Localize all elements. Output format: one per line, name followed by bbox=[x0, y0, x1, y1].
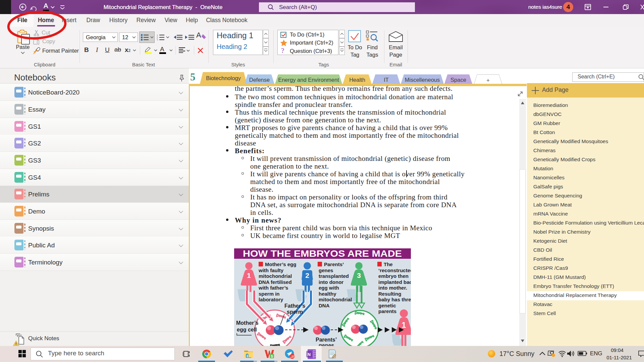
svg-text:genetic: genetic bbox=[378, 303, 396, 308]
svg-text:mitochondrial: mitochondrial bbox=[319, 297, 352, 302]
svg-text:egg with: egg with bbox=[319, 285, 339, 291]
svg-text:Mother’s: Mother’s bbox=[236, 320, 259, 326]
svg-text:3: 3 bbox=[157, 39, 158, 41]
svg-text:laboratory: laboratory bbox=[259, 297, 283, 302]
svg-text:sperm: sperm bbox=[287, 309, 303, 315]
svg-text:mitochondrial: mitochondrial bbox=[259, 273, 292, 279]
svg-text:DNA fertilised: DNA fertilised bbox=[259, 279, 292, 285]
svg-text:genes: genes bbox=[319, 343, 334, 346]
svg-text:DNA: DNA bbox=[319, 303, 330, 308]
svg-text:Resulting: Resulting bbox=[378, 291, 401, 297]
svg-text:baby has three: baby has three bbox=[378, 297, 411, 302]
svg-text:with father’s: with father’s bbox=[258, 285, 288, 291]
svg-text:S: S bbox=[271, 355, 273, 358]
svg-text:1: 1 bbox=[247, 272, 251, 279]
svg-text:egg cell: egg cell bbox=[237, 327, 257, 333]
svg-text:2: 2 bbox=[157, 37, 158, 39]
svg-text:‘reconstructed’: ‘reconstructed’ bbox=[378, 267, 411, 273]
svg-text:parents: parents bbox=[378, 308, 396, 314]
svg-text:sperm in: sperm in bbox=[259, 291, 280, 297]
svg-text:HOW THE EMBRYOS ARE MADE: HOW THE EMBRYOS ARE MADE bbox=[243, 249, 402, 259]
svg-text:Mother’s egg: Mother’s egg bbox=[265, 261, 296, 267]
svg-text:Father’s: Father’s bbox=[284, 303, 305, 309]
svg-text:healthy: healthy bbox=[319, 291, 336, 297]
svg-text:into mother.: into mother. bbox=[378, 285, 407, 291]
svg-text:..27: ..27 bbox=[290, 355, 294, 358]
svg-text:The: The bbox=[384, 261, 393, 267]
svg-text:2: 2 bbox=[305, 272, 309, 279]
svg-text:Parents’: Parents’ bbox=[324, 261, 344, 267]
svg-text:Parents’: Parents’ bbox=[316, 337, 337, 343]
svg-text:3: 3 bbox=[357, 272, 361, 279]
svg-text:1: 1 bbox=[402, 321, 406, 329]
svg-text:transplanted: transplanted bbox=[319, 273, 349, 279]
svg-text:N: N bbox=[308, 352, 311, 357]
svg-text:!: ! bbox=[15, 342, 17, 346]
svg-text:implanted back: implanted back bbox=[378, 279, 411, 285]
svg-text:with faulty: with faulty bbox=[258, 267, 284, 273]
svg-text:into donor: into donor bbox=[319, 279, 343, 285]
svg-text:genes: genes bbox=[319, 267, 333, 273]
svg-text:embryo then: embryo then bbox=[378, 273, 409, 279]
svg-text:1: 1 bbox=[157, 34, 158, 37]
